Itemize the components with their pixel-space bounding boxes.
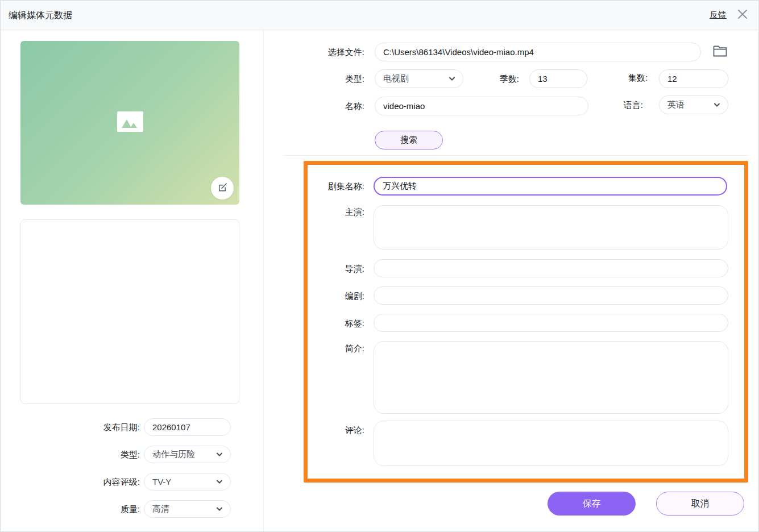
file-label: 选择文件: [296, 47, 364, 58]
director-label: 导演: [296, 264, 364, 275]
image-icon [117, 111, 143, 134]
details-empty-panel [20, 219, 239, 404]
save-button[interactable]: 保存 [548, 492, 636, 516]
content-rating-select[interactable]: TV-Y [144, 473, 231, 491]
close-icon [737, 9, 748, 22]
release-date-label: 发布日期: [55, 422, 140, 433]
section-divider [284, 155, 749, 156]
browse-folder-button[interactable] [712, 44, 728, 60]
comments-textarea[interactable] [374, 421, 728, 466]
language-select[interactable]: 英语 [659, 95, 728, 114]
poster-thumbnail [20, 41, 239, 205]
chevron-down-icon [449, 77, 455, 81]
edit-icon [217, 182, 228, 195]
series-name-input[interactable] [374, 177, 727, 196]
name-input[interactable] [375, 97, 588, 115]
dialog-header: 编辑媒体元数据 反馈 [1, 1, 758, 30]
edit-metadata-dialog: 编辑媒体元数据 反馈 [0, 0, 759, 532]
type-value: 电视剧 [383, 73, 409, 84]
tags-label: 标签: [296, 318, 364, 329]
quality-value: 高清 [152, 504, 169, 514]
content-rating-value: TV-Y [152, 477, 171, 487]
language-value: 英语 [667, 99, 685, 110]
director-input[interactable] [374, 259, 728, 277]
search-button[interactable]: 搜索 [375, 131, 443, 149]
content-rating-label: 内容评级: [55, 477, 140, 488]
season-label: 季数: [485, 74, 519, 85]
series-name-label: 剧集名称: [296, 181, 364, 192]
synopsis-label: 简介: [296, 343, 364, 354]
name-label: 名称: [308, 101, 364, 112]
episode-input[interactable] [659, 69, 728, 88]
close-button[interactable] [736, 9, 749, 22]
file-path-input[interactable] [375, 43, 701, 61]
chevron-down-icon [714, 103, 720, 107]
genre-label: 类型: [55, 450, 140, 460]
cancel-button[interactable]: 取消 [656, 492, 744, 516]
chevron-down-icon [217, 507, 222, 511]
dialog-title: 编辑媒体元数据 [9, 10, 72, 22]
genre-select[interactable]: 动作与历险 [144, 446, 231, 463]
starring-textarea[interactable] [374, 205, 728, 250]
feedback-link[interactable]: 反馈 [710, 10, 727, 20]
language-label: 语言: [609, 100, 643, 111]
panel-divider [263, 30, 264, 532]
writer-input[interactable] [374, 286, 728, 305]
edit-poster-button[interactable] [211, 177, 234, 200]
folder-icon [712, 50, 728, 60]
genre-value: 动作与历险 [152, 449, 195, 460]
tags-input[interactable] [374, 314, 728, 332]
release-date-input[interactable] [144, 418, 231, 436]
comments-label: 评论: [296, 425, 364, 436]
type-label: 类型: [308, 74, 364, 85]
chevron-down-icon [217, 452, 222, 456]
starring-label: 主演: [296, 207, 364, 218]
quality-label: 质量: [55, 504, 140, 515]
synopsis-textarea[interactable] [374, 341, 728, 414]
chevron-down-icon [217, 480, 222, 484]
quality-select[interactable]: 高清 [144, 500, 231, 518]
type-select[interactable]: 电视剧 [375, 69, 463, 88]
episode-label: 集数: [613, 73, 648, 84]
writer-label: 编剧: [296, 291, 364, 302]
season-input[interactable] [529, 69, 587, 88]
